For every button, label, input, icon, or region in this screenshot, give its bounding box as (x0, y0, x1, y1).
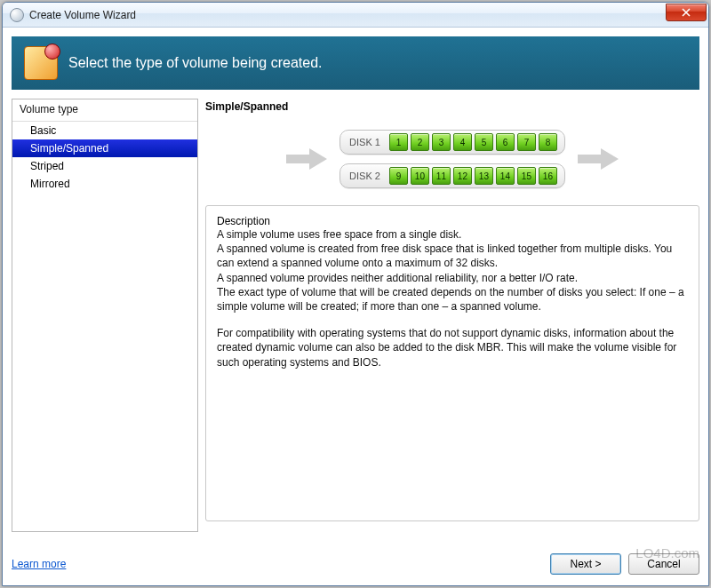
disk-block: 14 (496, 167, 515, 185)
sidebar-header: Volume type (12, 99, 197, 122)
wizard-icon (24, 46, 58, 80)
sidebar-item-striped[interactable]: Striped (12, 157, 197, 175)
arrow-left-icon (286, 147, 327, 171)
disk-block: 13 (475, 167, 493, 185)
disk-diagram: DISK 1 1 2 3 4 5 6 7 8 DISK (205, 116, 699, 202)
banner-headline: Select the type of volume being created. (68, 55, 323, 71)
titlebar: Create Volume Wizard (3, 3, 708, 28)
volume-type-list: Volume type Basic Simple/Spanned Striped… (12, 99, 198, 532)
description-box: Description A simple volume uses free sp… (205, 205, 699, 521)
next-button[interactable]: Next > (550, 553, 621, 575)
cancel-button[interactable]: Cancel (628, 553, 699, 575)
disk-block: 16 (539, 167, 557, 185)
description-legend: Description (217, 215, 270, 227)
content-area: Volume type Basic Simple/Spanned Striped… (12, 99, 699, 532)
disk-label: DISK 2 (349, 171, 380, 181)
disk-block: 5 (475, 133, 493, 151)
learn-more-link[interactable]: Learn more (12, 558, 66, 570)
description-text: A simple volume uses free space from a s… (217, 227, 690, 242)
banner: Select the type of volume being created. (12, 36, 699, 90)
disk-block: 15 (517, 167, 536, 185)
disk-block: 3 (432, 133, 451, 151)
disk-row: DISK 1 1 2 3 4 5 6 7 8 (340, 130, 565, 155)
sidebar-item-basic[interactable]: Basic (12, 122, 197, 139)
wizard-window: Create Volume Wizard Select the type of … (2, 2, 709, 586)
description-text: For compatibility with operating systems… (217, 326, 690, 369)
disk-label: DISK 1 (349, 137, 380, 147)
description-text: A spanned volume is created from free di… (217, 242, 690, 270)
right-pane: Simple/Spanned DISK 1 1 2 3 4 5 6 (205, 99, 699, 532)
disk-block: 1 (389, 133, 408, 151)
disk-block: 2 (411, 133, 429, 151)
disk-block: 8 (539, 133, 557, 151)
arrow-right-icon (578, 147, 619, 171)
disk-block: 9 (389, 167, 408, 185)
close-button[interactable] (666, 4, 707, 21)
disk-block: 6 (496, 133, 515, 151)
sidebar-item-mirrored[interactable]: Mirrored (12, 175, 197, 193)
sidebar-item-simple-spanned[interactable]: Simple/Spanned (12, 139, 197, 157)
app-icon (10, 8, 24, 22)
disk-row: DISK 2 9 10 11 12 13 14 15 16 (340, 163, 565, 188)
close-icon (682, 8, 691, 17)
disk-block: 12 (453, 167, 472, 185)
footer: Learn more Next > Cancel (12, 553, 699, 575)
description-text: A spanned volume provides neither additi… (217, 271, 690, 285)
disk-block: 4 (453, 133, 472, 151)
window-title: Create Volume Wizard (29, 9, 136, 21)
disk-group: DISK 1 1 2 3 4 5 6 7 8 DISK (340, 130, 565, 188)
disk-block: 11 (432, 167, 451, 185)
disk-block: 10 (411, 167, 429, 185)
section-title: Simple/Spanned (205, 99, 699, 116)
disk-block: 7 (517, 133, 536, 151)
description-text: The exact type of volume that will be cr… (217, 285, 690, 314)
